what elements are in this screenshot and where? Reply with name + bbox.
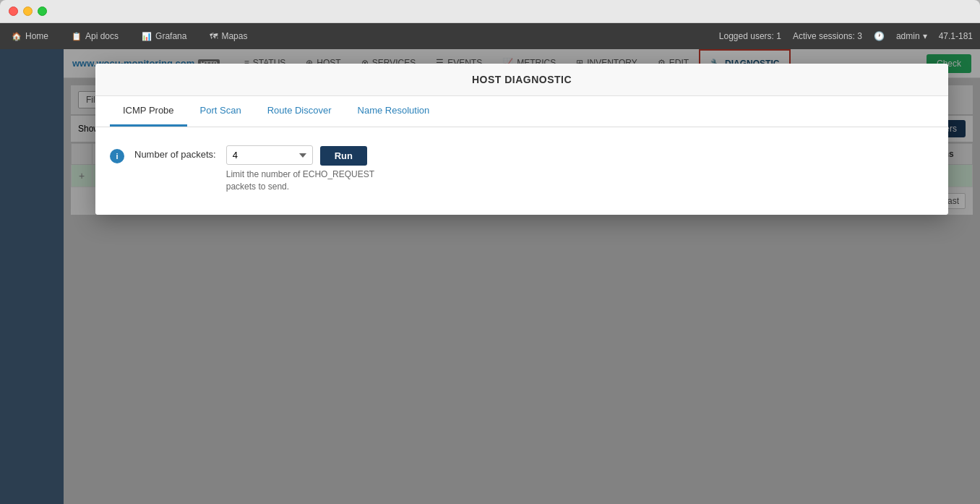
modal-overlay: HOST DIAGNOSTIC ICMP Probe Port Scan Rou… (64, 49, 980, 504)
apidocs-icon: 📋 (72, 32, 82, 41)
main-area: www.wocu-monitoring.com HTTP ≡ STATUS ⊕ … (0, 49, 980, 504)
hint-text: Limit the number of ECHO_REQUEST packets… (226, 168, 374, 193)
form-row: i Number of packets: 4 1 2 3 (110, 145, 934, 193)
admin-menu[interactable]: admin ▾ (896, 31, 927, 41)
content-area: www.wocu-monitoring.com HTTP ≡ STATUS ⊕ … (64, 49, 980, 504)
minimize-button[interactable] (23, 7, 33, 16)
modal-tabs: ICMP Probe Port Scan Route Discover Name… (95, 96, 948, 127)
modal-body: i Number of packets: 4 1 2 3 (95, 127, 948, 215)
packets-label: Number of packets: (134, 149, 216, 160)
mapas-icon: 🗺 (210, 32, 218, 40)
grafana-icon: 📊 (142, 32, 152, 41)
modal-title: HOST DIAGNOSTIC (95, 64, 948, 96)
nav-home[interactable]: 🏠 Home (7, 28, 53, 44)
tab-icmp-probe[interactable]: ICMP Probe (110, 96, 187, 127)
host-diagnostic-modal: HOST DIAGNOSTIC ICMP Probe Port Scan Rou… (95, 64, 948, 215)
nav-apidocs[interactable]: 📋 Api docs (67, 28, 123, 44)
left-sidebar (0, 49, 64, 504)
nav-grafana[interactable]: 📊 Grafana (137, 28, 191, 44)
clock-icon: 🕐 (874, 31, 885, 41)
chevron-down-icon: ▾ (923, 31, 927, 41)
form-label-group: Number of packets: (134, 149, 216, 160)
top-nav: 🏠 Home 📋 Api docs 📊 Grafana 🗺 Mapas Logg… (0, 23, 980, 49)
tab-route-discover[interactable]: Route Discover (254, 96, 345, 127)
nav-mapas[interactable]: 🗺 Mapas (205, 28, 252, 44)
home-icon: 🏠 (12, 32, 22, 41)
form-controls: 4 1 2 3 5 6 7 8 Run (226, 145, 374, 193)
tab-name-resolution[interactable]: Name Resolution (345, 96, 443, 127)
nav-right: Logged users: 1 Active sessions: 3 🕐 adm… (719, 31, 973, 41)
tab-port-scan[interactable]: Port Scan (187, 96, 254, 127)
packets-select[interactable]: 4 1 2 3 5 6 7 8 (226, 145, 313, 165)
close-button[interactable] (9, 7, 18, 16)
window-chrome (0, 0, 980, 23)
maximize-button[interactable] (38, 7, 47, 16)
info-icon: i (110, 149, 124, 163)
run-button[interactable]: Run (320, 146, 367, 166)
